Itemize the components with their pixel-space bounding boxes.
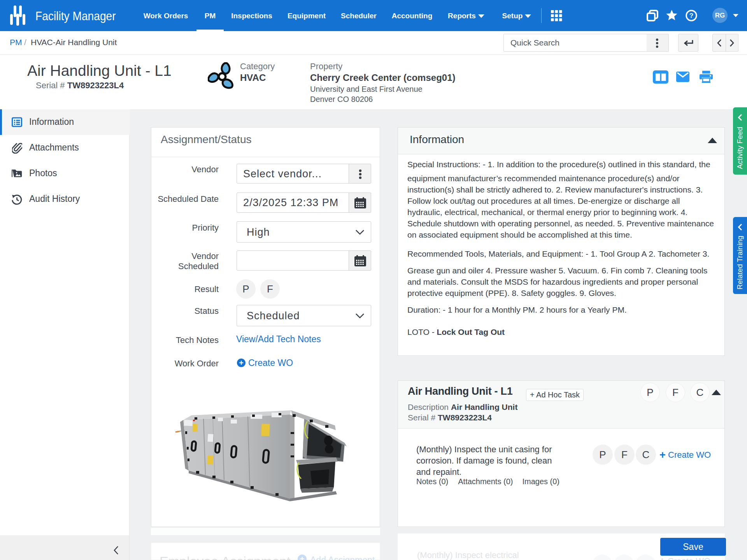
svg-text:?: ? <box>689 12 693 19</box>
